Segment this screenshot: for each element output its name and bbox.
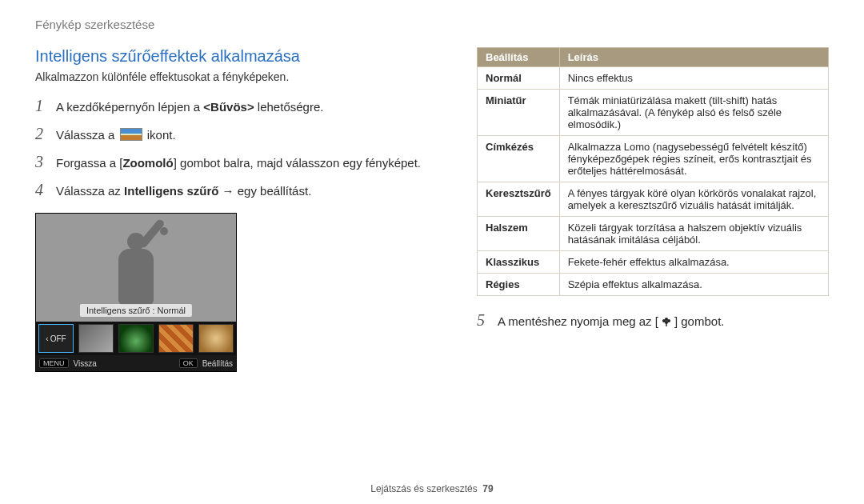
step-number: 5	[477, 309, 498, 332]
step-text: A mentéshez nyomja meg az [] gombot.	[498, 313, 829, 330]
preview-image: Intelligens szűrő : Normál	[36, 214, 236, 322]
filter-thumbnails: ‹ OFF	[36, 322, 236, 355]
set-label: Beállítás	[202, 359, 233, 368]
step-number: 3	[35, 150, 56, 174]
svg-rect-4	[666, 322, 666, 326]
table-row: KlasszikusFekete-fehér effektus alkalmaz…	[478, 251, 829, 274]
filter-thumb-off[interactable]: ‹ OFF	[38, 324, 74, 353]
section-heading: Intelligens szűrőeffektek alkalmazása	[35, 47, 451, 66]
page-footer: Lejátszás és szerkesztés 79	[0, 483, 864, 494]
table-row: NormálNincs effektus	[478, 67, 829, 90]
step-text: A kezdőképernyőn lépjen a <Bűvös> lehető…	[56, 98, 451, 116]
breadcrumb: Fénykép szerkesztése	[35, 18, 829, 31]
table-header-desc: Leírás	[559, 48, 828, 67]
settings-table: Beállítás Leírás NormálNincs effektus Mi…	[477, 47, 829, 296]
camera-preview: Intelligens szűrő : Normál ‹ OFF MENU Vi…	[35, 213, 237, 372]
section-lead: Alkalmazzon különféle effektusokat a fén…	[35, 70, 451, 83]
menu-tag: MENU	[39, 358, 69, 368]
step-text: Válassza a ikont.	[56, 126, 451, 144]
chevron-left-icon: ‹	[46, 334, 48, 343]
macro-flower-icon	[660, 315, 673, 328]
table-row: CímkézésAlkalmazza Lomo (nagysebességű f…	[478, 136, 829, 182]
filter-thumb[interactable]	[118, 324, 154, 353]
preview-bottom-bar: MENU Vissza OK Beállítás	[36, 355, 236, 371]
step-number: 1	[35, 94, 56, 118]
photo-edit-icon	[120, 128, 142, 141]
back-label: Vissza	[74, 359, 97, 368]
filter-thumb[interactable]	[158, 324, 194, 353]
step-number: 4	[35, 178, 56, 202]
table-row: KeresztszűrőA fényes tárgyak köré olyan …	[478, 182, 829, 217]
step-number: 2	[35, 122, 56, 146]
filter-thumb[interactable]	[78, 324, 114, 353]
preview-caption: Intelligens szűrő : Normál	[80, 304, 192, 317]
table-row: RégiesSzépia effektus alkalmazása.	[478, 274, 829, 296]
filter-thumb[interactable]	[198, 324, 234, 353]
step-text: Forgassa a [Zoomoló] gombot balra, majd …	[56, 154, 451, 172]
step-text: Válassza az Intelligens szűrő → egy beál…	[56, 182, 451, 200]
table-row: HalszemKözeli tárgyak torzítása a halsze…	[478, 217, 829, 251]
table-header-setting: Beállítás	[478, 48, 560, 67]
table-row: MiniatűrTémák miniatürizálása makett (ti…	[478, 90, 829, 136]
ok-tag: OK	[179, 358, 198, 368]
